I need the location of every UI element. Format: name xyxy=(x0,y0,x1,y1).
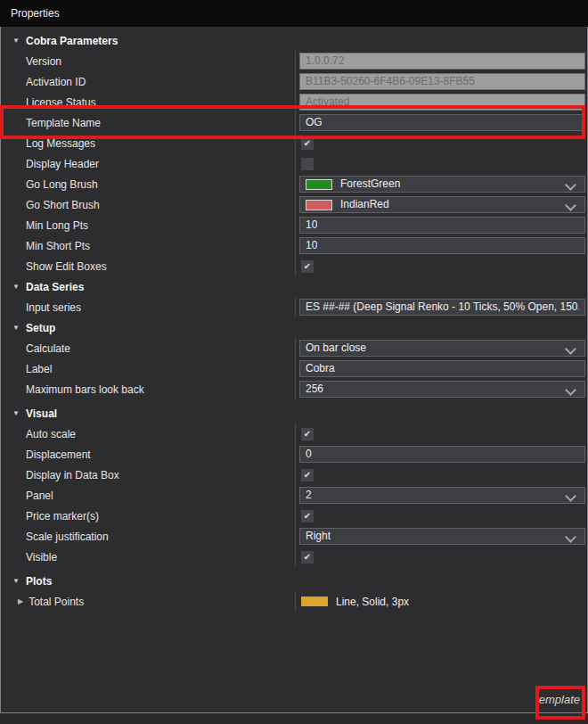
value-cell: IndianRed xyxy=(295,194,587,215)
label-cell: Min Long Pts xyxy=(1,215,295,235)
annotation-box-template-name-row xyxy=(0,105,585,139)
field-value: Cobra xyxy=(306,361,335,376)
label-cell: Show Edit Boxes xyxy=(1,256,295,276)
section-header-cobra-parameters[interactable]: ▼Cobra Parameters xyxy=(1,30,587,51)
scale-justification-select[interactable]: Right xyxy=(299,528,585,545)
title-bar: Properties xyxy=(0,0,588,27)
row-price-marker-s: Price marker(s)✔ xyxy=(1,506,587,526)
value-cell: ES ##-## (Deep Signal Renko - 10 Ticks, … xyxy=(295,297,587,317)
row-go-long-brush: Go Long BrushForestGreen xyxy=(1,174,587,194)
section-header-visual[interactable]: ▼Visual xyxy=(1,403,587,424)
row-visible: Visible✔ xyxy=(1,547,587,567)
value-cell: 10 xyxy=(295,215,587,235)
row-show-edit-boxes: Show Edit Boxes✔ xyxy=(1,256,587,276)
label-input[interactable]: Cobra xyxy=(299,360,585,377)
section-header-data-series[interactable]: ▼Data Series xyxy=(1,276,587,297)
row-label: Activation ID xyxy=(26,76,86,88)
value-cell: On bar close xyxy=(295,338,587,358)
properties-window: Properties ▼Cobra ParametersVersion1.0.0… xyxy=(0,0,588,724)
label-cell: Auto scale xyxy=(1,424,295,444)
label-cell: Go Short Brush xyxy=(1,194,295,215)
value-cell: ✔ xyxy=(295,256,587,276)
check-icon: ✔ xyxy=(304,430,311,439)
section-header-plots[interactable]: ▼Plots xyxy=(1,571,587,591)
input-series-input[interactable]: ES ##-## (Deep Signal Renko - 10 Ticks, … xyxy=(299,299,585,316)
show-edit-boxes-checkbox[interactable]: ✔ xyxy=(301,260,314,273)
row-label: Input series xyxy=(26,301,81,314)
value-cell: 256 xyxy=(295,379,587,399)
value-cell: ✔ xyxy=(295,465,587,485)
row-label: Total Points xyxy=(29,596,84,608)
label-cell: Display in Data Box xyxy=(1,465,295,485)
go-short-brush-select[interactable]: IndianRed xyxy=(299,196,585,213)
go-long-brush-select[interactable]: ForestGreen xyxy=(299,176,585,193)
value-cell: B11B3-50260-6F4B6-09E13-8FB55 xyxy=(295,71,587,92)
field-value: ES ##-## (Deep Signal Renko - 10 Ticks, … xyxy=(306,300,579,315)
triangle-down-icon: ▼ xyxy=(8,578,24,585)
label-cell: Activation ID xyxy=(1,71,295,92)
row-label: Auto scale xyxy=(26,428,76,440)
row-label: Label xyxy=(26,363,52,375)
row-activation-id: Activation IDB11B3-50260-6F4B6-09E13-8FB… xyxy=(1,71,587,92)
field-value: B11B3-50260-6F4B6-09E13-8FB55 xyxy=(306,74,475,89)
field-value: 1.0.0.72 xyxy=(306,53,344,69)
min-long-pts-input[interactable]: 10 xyxy=(299,217,585,234)
label-cell: Panel xyxy=(1,485,295,506)
value-cell: ✔ xyxy=(295,506,587,526)
check-icon: ✔ xyxy=(304,471,311,480)
panel-select[interactable]: 2 xyxy=(299,487,585,504)
row-label: Display Header xyxy=(26,158,99,170)
row-label: Panel xyxy=(26,490,53,502)
triangle-down-icon: ▼ xyxy=(8,37,24,45)
row-label: LabelCobra xyxy=(1,358,587,379)
row-display-header: Display Header xyxy=(1,153,587,174)
selected-value: Right xyxy=(306,529,331,544)
row-label: Go Short Brush xyxy=(26,199,100,211)
auto-scale-checkbox[interactable]: ✔ xyxy=(301,428,314,440)
label-cell: Input series xyxy=(1,297,295,317)
row-calculate: CalculateOn bar close xyxy=(1,338,587,358)
row-input-series: Input seriesES ##-## (Deep Signal Renko … xyxy=(1,297,587,317)
calculate-select[interactable]: On bar close xyxy=(299,340,585,357)
window-title: Properties xyxy=(0,7,60,20)
section-label: Setup xyxy=(26,322,55,334)
visible-checkbox[interactable]: ✔ xyxy=(301,551,314,564)
maximum-bars-look-back-select[interactable]: 256 xyxy=(299,381,585,398)
row-display-in-data-box: Display in Data Box✔ xyxy=(1,465,587,485)
triangle-right-icon[interactable]: ▶ xyxy=(18,598,23,605)
value-cell: 10 xyxy=(295,235,587,256)
label-cell: Price marker(s) xyxy=(1,506,295,526)
selected-value: 256 xyxy=(306,382,323,397)
section-label: Cobra Parameters xyxy=(26,35,118,47)
display-in-data-box-checkbox[interactable]: ✔ xyxy=(301,469,314,481)
row-panel: Panel2 xyxy=(1,485,587,506)
row-auto-scale: Auto scale✔ xyxy=(1,424,587,444)
triangle-down-icon: ▼ xyxy=(8,284,24,291)
total-points-plot-style[interactable]: Line, Solid, 3px xyxy=(299,596,409,608)
section-label: Plots xyxy=(26,575,52,588)
plot-color-swatch xyxy=(301,596,328,606)
row-scale-justification: Scale justificationRight xyxy=(1,526,587,547)
row-label: Go Long Brush xyxy=(26,178,98,191)
value-cell: 1.0.0.72 xyxy=(295,51,587,71)
price-marker-s-checkbox[interactable]: ✔ xyxy=(301,510,314,522)
row-displacement: Displacement0 xyxy=(1,444,587,465)
row-label: Scale justification xyxy=(26,531,109,543)
check-icon: ✔ xyxy=(304,512,311,521)
section-label: Visual xyxy=(26,407,57,420)
row-label: Min Short Pts xyxy=(26,240,90,252)
row-label: Visible xyxy=(26,551,57,564)
value-cell: Line, Solid, 3px xyxy=(295,591,587,612)
displacement-input[interactable]: 0 xyxy=(299,446,585,463)
row-label: Min Long Pts xyxy=(26,219,88,232)
plot-style-value: Line, Solid, 3px xyxy=(336,596,409,608)
value-cell: Cobra xyxy=(295,358,587,379)
value-cell: ✔ xyxy=(295,424,587,444)
row-label: Maximum bars look back xyxy=(26,383,144,396)
section-header-setup[interactable]: ▼Setup xyxy=(1,317,587,338)
min-short-pts-input[interactable]: 10 xyxy=(299,237,585,254)
display-header-checkbox[interactable] xyxy=(301,158,314,170)
row-min-short-pts: Min Short Pts10 xyxy=(1,235,587,256)
check-icon: ✔ xyxy=(304,553,311,562)
field-value: 10 xyxy=(306,238,317,253)
